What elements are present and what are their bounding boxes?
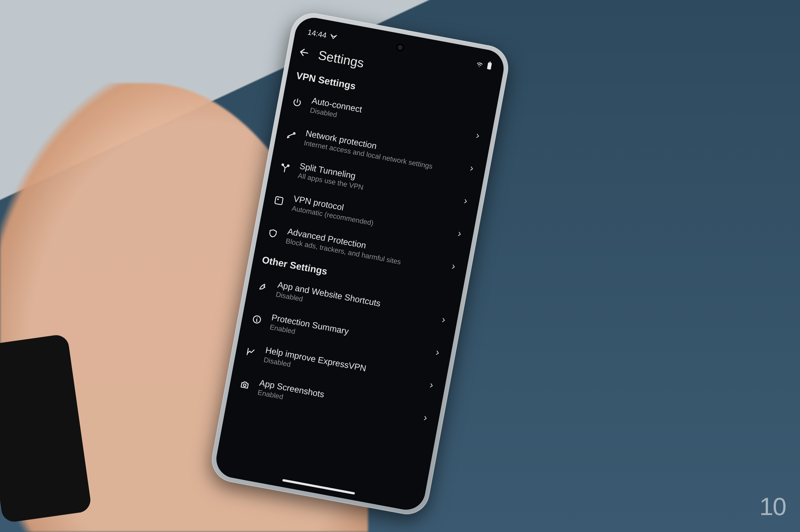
- svg-rect-0: [487, 62, 492, 70]
- back-button[interactable]: [298, 46, 311, 59]
- watermark-logo: 10: [759, 492, 786, 521]
- svg-point-8: [243, 384, 246, 386]
- status-time: 14:44: [307, 27, 327, 40]
- battery-icon: [486, 61, 492, 70]
- rocket-icon: [256, 281, 270, 292]
- network-icon: [285, 130, 297, 141]
- wifi-icon: [475, 59, 485, 69]
- svg-rect-1: [489, 61, 491, 63]
- chevron-right-icon: [454, 230, 465, 239]
- chevron-right-icon: [426, 381, 437, 390]
- chart-icon: [244, 346, 257, 358]
- split-icon: [278, 162, 292, 174]
- app-notification-icon: [329, 32, 338, 41]
- chevron-right-icon: [473, 132, 483, 140]
- shield-icon: [266, 228, 279, 239]
- chevron-right-icon: [467, 164, 477, 173]
- chevron-right-icon: [448, 263, 458, 271]
- chevron-right-icon: [420, 414, 431, 423]
- svg-point-6: [277, 198, 279, 200]
- svg-rect-5: [275, 196, 283, 205]
- svg-point-2: [293, 132, 295, 134]
- info-icon: [250, 314, 263, 325]
- chevron-right-icon: [438, 316, 449, 324]
- chevron-right-icon: [460, 197, 471, 206]
- protocol-icon: [272, 195, 286, 207]
- power-icon: [291, 97, 304, 108]
- chevron-right-icon: [432, 348, 442, 357]
- camera-icon: [238, 379, 252, 391]
